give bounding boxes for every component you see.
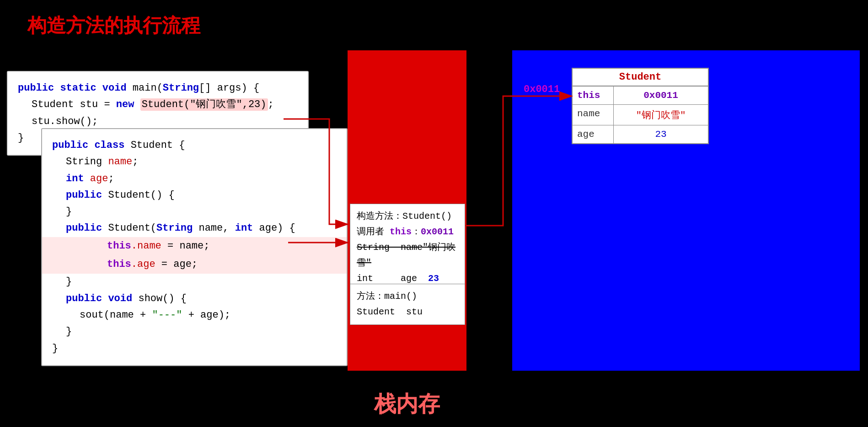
student-line12: } bbox=[66, 324, 337, 340]
obj-age-value: 23 bbox=[614, 125, 708, 143]
student-line13: } bbox=[52, 341, 337, 357]
object-row-age: age 23 bbox=[573, 125, 708, 143]
main-line2: Student stu = new Student("钢门吹雪",23); bbox=[32, 97, 298, 113]
main-frame-title: 方法：main() bbox=[357, 289, 458, 304]
object-row-this: this 0x0011 bbox=[573, 86, 708, 105]
student-line11: sout(name + "---" + age); bbox=[80, 307, 337, 324]
student-line7-row: this.name = name; bbox=[42, 237, 347, 255]
student-line4: public Student() { bbox=[66, 187, 337, 204]
heap-address-label: 0x0011 bbox=[524, 84, 560, 95]
constructor-frame-title: 构造方法：Student() bbox=[357, 209, 458, 224]
obj-this-label: this bbox=[573, 86, 614, 104]
main-line3: stu.show(); bbox=[32, 114, 298, 130]
student-line5: } bbox=[66, 204, 337, 220]
obj-age-label: age bbox=[573, 125, 614, 143]
constructor-frame-this: 调用者 this：0x0011 bbox=[357, 224, 458, 240]
object-row-name: name "钢门吹雪" bbox=[573, 105, 708, 125]
student-line10: public void show() { bbox=[66, 291, 337, 307]
constructor-frame-name: String name"钢门吹雪" bbox=[357, 240, 458, 271]
page-title: 构造方法的执行流程 bbox=[27, 13, 200, 38]
object-table-header: Student bbox=[573, 69, 708, 86]
object-table: Student this 0x0011 name "钢门吹雪" age 23 bbox=[572, 68, 709, 144]
student-line2: String name; bbox=[66, 154, 337, 170]
obj-name-label: name bbox=[573, 105, 614, 125]
student-line9: } bbox=[66, 274, 337, 290]
stack-label: 栈内存 bbox=[348, 389, 466, 419]
student-line8: this.age = age; bbox=[80, 256, 198, 273]
student-line3: int age; bbox=[66, 171, 337, 187]
constructor-stack-frame: 构造方法：Student() 调用者 this：0x0011 String na… bbox=[350, 204, 465, 292]
student-line8-row: this.age = age; bbox=[42, 255, 347, 274]
main-line1: public static void main(String[] args) { bbox=[18, 80, 298, 97]
student-line1: public class Student { bbox=[52, 137, 337, 154]
student-line6: public Student(String name, int age) { bbox=[66, 220, 337, 237]
main-stack-frame: 方法：main() Student stu bbox=[350, 284, 465, 325]
obj-this-value: 0x0011 bbox=[614, 86, 708, 104]
student-line7: this.name = name; bbox=[80, 238, 209, 254]
student-code-card: public class Student { String name; int … bbox=[41, 128, 348, 366]
obj-name-value: "钢门吹雪" bbox=[614, 105, 708, 125]
main-frame-stu: Student stu bbox=[357, 304, 458, 320]
